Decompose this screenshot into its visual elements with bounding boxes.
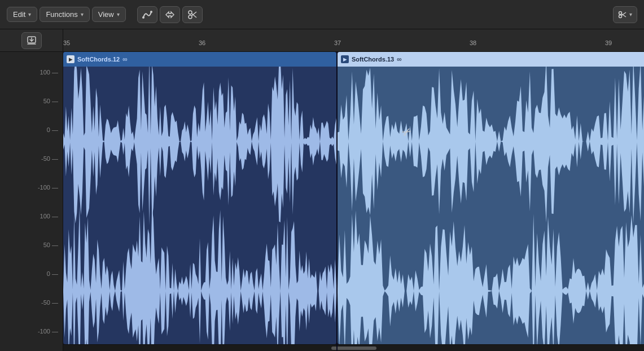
region-name-12: SoftChords.12 (77, 56, 120, 63)
region-divider (336, 52, 338, 351)
waveform-canvas-13 (338, 67, 644, 344)
functions-menu-button[interactable]: Functions ▾ (40, 7, 89, 22)
ruler-left-panel: 100 — 50 — 0 — -50 — -100 — 100 — 50 — 0… (0, 29, 63, 351)
tick-36: 36 (199, 35, 205, 46)
edit-chevron-icon: ▾ (28, 11, 31, 17)
amp-label-neg50-bottom: -50 — (5, 299, 58, 306)
amp-label-neg50-top: -50 — (5, 155, 58, 162)
tick-35: 35 (63, 35, 70, 46)
amp-label-0-bottom: 0 — (5, 270, 58, 277)
region-play-icon-13: ▶ (341, 55, 349, 63)
bounce-icon (165, 10, 175, 20)
waveform-area[interactable]: ▶ SoftChords.12 ∞ ▶ SoftChords.13 ∞ ✂ (63, 52, 644, 351)
svg-point-1 (150, 11, 152, 13)
svg-point-0 (142, 16, 144, 19)
amp-label-100-bottom: 100 — (5, 213, 58, 220)
region-play-icon-12: ▶ (67, 55, 75, 63)
amplitude-labels: 100 — 50 — 0 — -50 — -100 — 100 — 50 — 0… (0, 52, 63, 351)
amp-label-neg100-top: -100 — (5, 184, 58, 191)
import-icon (27, 36, 37, 46)
view-menu-button[interactable]: View ▾ (92, 7, 126, 22)
amp-label-100-top: 100 — (5, 69, 58, 76)
tick-38: 38 (470, 35, 476, 46)
import-button[interactable] (21, 32, 42, 49)
scrollbar-thumb[interactable] (331, 346, 376, 350)
content-area: 35 36 37 38 39 ▶ SoftChords.12 ∞ (63, 29, 644, 351)
functions-chevron-icon: ▾ (81, 11, 84, 17)
view-chevron-icon: ▾ (117, 11, 120, 17)
svg-point-3 (189, 11, 192, 14)
tick-39: 39 (605, 35, 612, 46)
region-header-12: ▶ SoftChords.12 ∞ (63, 52, 336, 67)
region-header-13: ▶ SoftChords.13 ∞ (338, 52, 644, 67)
tick-37: 37 (334, 35, 341, 46)
curve-tool-icon (142, 10, 152, 20)
amp-label-0-mid: 0 — (5, 126, 58, 133)
svg-point-7 (619, 11, 622, 14)
edit-menu-button[interactable]: Edit ▾ (7, 7, 37, 22)
scissors-icon (187, 10, 198, 20)
region-softchords-13[interactable]: ▶ SoftChords.13 ∞ (338, 52, 644, 344)
scissors-dropdown-button[interactable]: ▾ (613, 6, 637, 23)
amp-label-neg100-bottom: -100 — (5, 328, 58, 335)
timeline-ruler: 35 36 37 38 39 (63, 29, 644, 52)
scrollbar-track[interactable] (63, 344, 644, 351)
curve-tool-button[interactable] (137, 6, 157, 23)
waveform-canvas-12 (63, 67, 336, 344)
region-loop-icon-12: ∞ (122, 55, 128, 63)
region-softchords-12[interactable]: ▶ SoftChords.12 ∞ (63, 52, 336, 344)
scissors-dropdown-chevron-icon: ▾ (629, 11, 632, 17)
region-loop-icon-13: ∞ (397, 55, 402, 63)
toolbar: Edit ▾ Functions ▾ View ▾ (0, 0, 644, 29)
amp-label-50-bottom: 50 — (5, 242, 58, 248)
region-name-13: SoftChords.13 (352, 56, 394, 63)
main-area: 100 — 50 — 0 — -50 — -100 — 100 — 50 — 0… (0, 29, 644, 351)
scissors-tool-button[interactable] (182, 6, 203, 23)
scissors-small-icon (618, 10, 627, 19)
amp-label-50-top: 50 — (5, 98, 58, 104)
bounce-tool-button[interactable] (160, 6, 180, 23)
import-region-button-area (0, 29, 63, 52)
svg-point-6 (619, 15, 622, 17)
svg-point-2 (189, 15, 192, 19)
